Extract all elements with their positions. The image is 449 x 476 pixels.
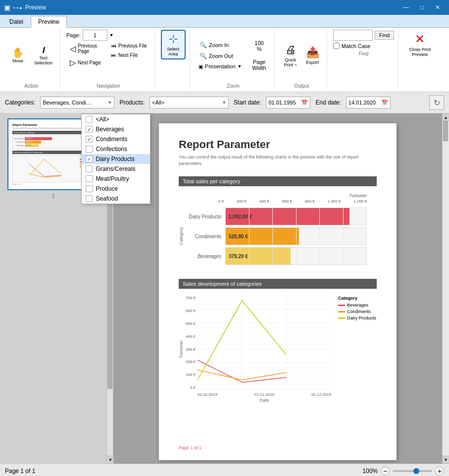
checkbox-meat[interactable]	[86, 175, 93, 182]
ribbon-group-zoom: 🔍 Zoom In 🔍 Zoom Out ▣ Presentation ▼ 10…	[192, 30, 275, 89]
main-area: Report Parameter You can control the out…	[0, 113, 449, 464]
categories-value: Beverages, Condi…	[43, 100, 91, 106]
ribbon: ✋ Move 𝙄 TextSelection Action Page: ▼ ◁	[0, 28, 449, 92]
quick-print-button[interactable]: 🖨 QuickPrint ~	[281, 41, 300, 70]
select-area-label: SelectArea	[167, 47, 179, 56]
dropdown-item-all[interactable]: <All>	[82, 114, 150, 124]
dairy-label: Dairy Products	[186, 214, 225, 219]
checkbox-produce[interactable]	[86, 185, 93, 192]
zoom-slider[interactable]	[393, 470, 432, 472]
previous-page-button[interactable]: ◁ PreviousPage	[66, 42, 106, 55]
dropdown-item-dairy[interactable]: Dairy Products	[82, 154, 150, 164]
close-print-preview-button[interactable]: ✕ Close PrintPreview	[404, 30, 435, 59]
next-page-button[interactable]: ▷ Next Page	[66, 56, 106, 69]
dropdown-label-beverages: Beverages	[96, 126, 124, 133]
line-chart-area: 01.10.2019 01.11.2019 01.12.2019 Date	[198, 296, 331, 403]
page-label: Page:	[66, 32, 81, 38]
line-y-axis-label: Turnover	[179, 296, 184, 403]
action-buttons: ✋ Move 𝙄 TextSelection	[7, 30, 56, 81]
checkbox-confections[interactable]	[86, 146, 93, 153]
bars-with-yaxis: Category Dairy Products	[179, 206, 377, 267]
match-case-label: Match Case	[342, 43, 371, 49]
match-case-checkbox[interactable]	[333, 43, 340, 49]
export-button[interactable]: 📤 Export	[302, 44, 323, 67]
products-dropdown[interactable]: <All> ▼	[150, 97, 229, 108]
close-button[interactable]: ✕	[430, 0, 445, 15]
checkbox-dairy[interactable]	[86, 156, 93, 162]
dropdown-item-meat[interactable]: Meat/Poultry	[82, 174, 150, 184]
dropdown-item-confections[interactable]: Confections	[82, 144, 150, 154]
zoom-out-icon: 🔍	[200, 53, 207, 59]
categories-dropdown[interactable]: Beverages, Condi… ▼ <All> Beverages Cond…	[40, 97, 114, 108]
zoom-100-button[interactable]: 100%	[249, 38, 270, 54]
dropdown-item-beverages[interactable]: Beverages	[82, 124, 150, 134]
maximize-button[interactable]: □	[414, 0, 429, 15]
scroll-right-thumb[interactable]	[443, 121, 448, 141]
end-date-input[interactable]: 14.01.2020 📅	[346, 97, 391, 108]
checkbox-condiments[interactable]	[86, 136, 93, 143]
report-subtitle: You can control the output result of the…	[179, 154, 377, 166]
line-y-labels: 700 € 600 € 500 € 400 € 300 € 200 € 100 …	[186, 296, 196, 390]
scroll-right-up[interactable]: ▲	[443, 113, 449, 121]
select-area-icon: ⊹	[169, 33, 178, 46]
title-bar-controls[interactable]: — □ ✕	[399, 0, 445, 15]
page-width-button[interactable]: PageWidth	[249, 56, 270, 73]
page-number-input[interactable]	[83, 30, 107, 41]
file-nav-btns: ⏮ Previous File ⏭ Next File	[108, 42, 150, 69]
find-input[interactable]	[333, 30, 373, 41]
dropdown-item-grains[interactable]: Grains/Cereals	[82, 164, 150, 174]
line-chart-wrapper: Turnover 700 € 600 € 500 € 400 € 300 € 2…	[179, 293, 377, 406]
legend-label-dairy: Dairy Products	[347, 316, 376, 320]
zoom-plus-button[interactable]: +	[435, 467, 444, 476]
zoom-in-button[interactable]: 🔍 Zoom In	[196, 40, 245, 50]
select-area-button[interactable]: ⊹ SelectArea	[161, 30, 186, 59]
dropdown-item-produce[interactable]: Produce	[82, 184, 150, 194]
zoom-minus-button[interactable]: −	[381, 467, 390, 476]
turnover-label: Turnover	[218, 193, 367, 198]
checkbox-beverages[interactable]	[86, 126, 93, 133]
zoom-slider-thumb[interactable]	[413, 468, 419, 474]
calendar-icon-start[interactable]: 📅	[301, 100, 308, 106]
tab-preview[interactable]: Preview	[31, 16, 67, 28]
close-print-preview-icon: ✕	[415, 32, 425, 46]
scroll-down-arrow[interactable]: ▼	[107, 456, 114, 464]
start-date-input[interactable]: 01.01.1995 📅	[266, 97, 310, 108]
chart1-section: Total sales per category Turnover 0 € 20…	[179, 176, 377, 267]
dropdown-item-condiments[interactable]: Condiments	[82, 134, 150, 144]
refresh-button[interactable]: ↻	[429, 95, 444, 110]
tab-datei[interactable]: Datei	[2, 16, 31, 27]
export-label: Export	[306, 60, 319, 65]
products-label: Products:	[119, 99, 145, 106]
chart1-header: Total sales per category	[179, 176, 377, 186]
legend-dairy: Dairy Products	[338, 316, 376, 320]
chart2-section: Sales development of categories Turnover…	[179, 279, 377, 406]
legend-beverages: Beverages	[338, 303, 376, 308]
move-button[interactable]: ✋ Move	[7, 45, 29, 66]
next-file-button[interactable]: ⏭ Next File	[108, 51, 150, 59]
presentation-button[interactable]: ▣ Presentation ▼	[196, 62, 245, 71]
scroll-right-down[interactable]: ▼	[443, 456, 449, 464]
dropdown-item-seafood[interactable]: Seafood	[82, 194, 150, 204]
start-date-label: Start date:	[234, 99, 261, 106]
bar-chart: Turnover 0 € 200 € 400 € 600 € 800 € 1.0…	[179, 190, 377, 267]
prev-file-icon: ⏮	[111, 43, 116, 49]
text-selection-button[interactable]: 𝙄 TextSelection	[31, 43, 56, 68]
report-title: Report Parameter	[179, 138, 377, 151]
move-label: Move	[12, 58, 23, 63]
previous-file-button[interactable]: ⏮ Previous File	[108, 42, 150, 50]
ribbon-group-navigation: Page: ▼ ◁ PreviousPage ▷ Next Page	[62, 30, 155, 89]
zoom-out-button[interactable]: 🔍 Zoom Out	[196, 51, 245, 61]
calendar-icon-end[interactable]: 📅	[381, 100, 388, 106]
checkbox-grains[interactable]	[86, 165, 93, 172]
page-dropdown-arrow[interactable]: ▼	[109, 33, 114, 38]
ribbon-group-output: 🖨 QuickPrint ~ 📤 Export Output	[277, 30, 327, 89]
line-chart-with-yaxis: Turnover 700 € 600 € 500 € 400 € 300 € 2…	[179, 296, 331, 403]
find-button[interactable]: Find	[375, 31, 394, 40]
checkbox-seafood[interactable]	[86, 195, 93, 202]
zoom-controls: 100% − +	[362, 467, 444, 476]
dairy-bar-container: 1.092,00 €	[225, 208, 367, 225]
start-date-value: 01.01.1995	[268, 100, 296, 106]
checkbox-all[interactable]	[86, 116, 93, 123]
next-file-label: Next File	[118, 53, 138, 58]
minimize-button[interactable]: —	[399, 0, 413, 15]
